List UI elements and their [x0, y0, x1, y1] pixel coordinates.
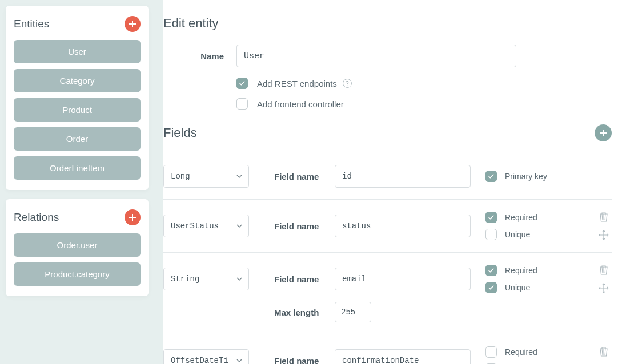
field-type-select[interactable]: OffsetDateTime — [163, 349, 249, 364]
chevron-down-icon — [236, 276, 243, 282]
max-length-label: Max length — [274, 308, 335, 317]
relations-panel: Relations Order.user Product.category — [6, 199, 149, 296]
primary-key-checkbox[interactable] — [485, 171, 497, 182]
add-entity-button[interactable] — [125, 16, 141, 32]
move-icon[interactable] — [598, 229, 609, 241]
chevron-down-icon — [236, 357, 243, 364]
max-length-input[interactable] — [335, 302, 371, 322]
field-type-select[interactable]: UserStatus — [163, 215, 249, 237]
field-name-input[interactable] — [335, 349, 471, 364]
field-type-select[interactable]: Long — [163, 165, 249, 188]
field-name-input[interactable] — [335, 165, 471, 188]
field-row: UserStatus Field name Required Unique — [163, 199, 612, 252]
field-name-input[interactable] — [335, 215, 471, 237]
move-icon[interactable] — [598, 282, 609, 294]
field-name-input[interactable] — [335, 268, 471, 290]
required-label: Required — [505, 213, 537, 222]
unique-label: Unique — [505, 230, 530, 239]
name-label: Name — [163, 51, 236, 61]
delete-icon[interactable] — [598, 211, 609, 223]
field-row: Long Field name Primary key — [163, 153, 612, 199]
add-field-button[interactable] — [595, 124, 612, 141]
required-checkbox[interactable] — [485, 212, 497, 223]
svg-rect-5 — [600, 132, 607, 134]
field-name-label: Field name — [274, 172, 335, 181]
delete-icon[interactable] — [598, 264, 609, 276]
field-type-value: String — [171, 274, 199, 284]
field-row: OffsetDateTime Field name Required Uniqu… — [163, 334, 612, 364]
rest-endpoints-checkbox[interactable] — [236, 78, 248, 89]
frontend-controller-label: Add frontend controller — [257, 99, 344, 109]
required-label: Required — [505, 266, 537, 275]
entities-panel: Entities User Category Product Order Ord… — [6, 6, 149, 190]
field-name-label: Field name — [274, 221, 335, 231]
add-relation-button[interactable] — [125, 209, 141, 225]
entity-name-input[interactable] — [236, 45, 516, 67]
field-type-value: UserStatus — [171, 221, 219, 230]
chevron-down-icon — [236, 223, 243, 229]
relation-item-order-user[interactable]: Order.user — [14, 233, 141, 257]
entity-item-orderlineitem[interactable]: OrderLineItem — [14, 156, 141, 180]
entities-title: Entities — [14, 18, 49, 30]
frontend-controller-checkbox[interactable] — [236, 98, 248, 110]
field-name-label: Field name — [274, 356, 335, 365]
relations-title: Relations — [14, 211, 59, 224]
entity-item-order[interactable]: Order — [14, 127, 141, 151]
unique-checkbox[interactable] — [485, 282, 497, 293]
field-row: String Field name Required Unique — [163, 252, 612, 334]
entity-item-category[interactable]: Category — [14, 69, 141, 92]
field-name-label: Field name — [274, 274, 335, 284]
primary-key-label: Primary key — [505, 172, 547, 181]
plus-icon — [129, 213, 137, 221]
required-checkbox[interactable] — [485, 265, 497, 276]
unique-label: Unique — [505, 283, 530, 292]
field-type-value: OffsetDateTime — [171, 356, 228, 364]
chevron-down-icon — [236, 173, 243, 180]
unique-checkbox[interactable] — [485, 229, 497, 240]
main-content: Edit entity Name Add REST endpoints ? Ad… — [163, 0, 622, 364]
field-type-select[interactable]: String — [163, 268, 249, 290]
entity-item-product[interactable]: Product — [14, 98, 141, 122]
fields-title: Fields — [163, 126, 197, 140]
help-icon[interactable]: ? — [343, 79, 352, 88]
delete-icon[interactable] — [598, 346, 609, 357]
edit-entity-title: Edit entity — [163, 16, 612, 31]
plus-icon — [129, 20, 137, 28]
entity-item-user[interactable]: User — [14, 40, 141, 63]
field-type-value: Long — [171, 172, 190, 181]
relation-item-product-category[interactable]: Product.category — [14, 262, 141, 286]
rest-endpoints-label: Add REST endpoints — [257, 79, 337, 88]
plus-icon — [599, 129, 607, 137]
svg-rect-3 — [129, 217, 136, 218]
required-checkbox[interactable] — [485, 346, 497, 358]
svg-rect-1 — [129, 23, 136, 25]
required-label: Required — [505, 347, 537, 357]
